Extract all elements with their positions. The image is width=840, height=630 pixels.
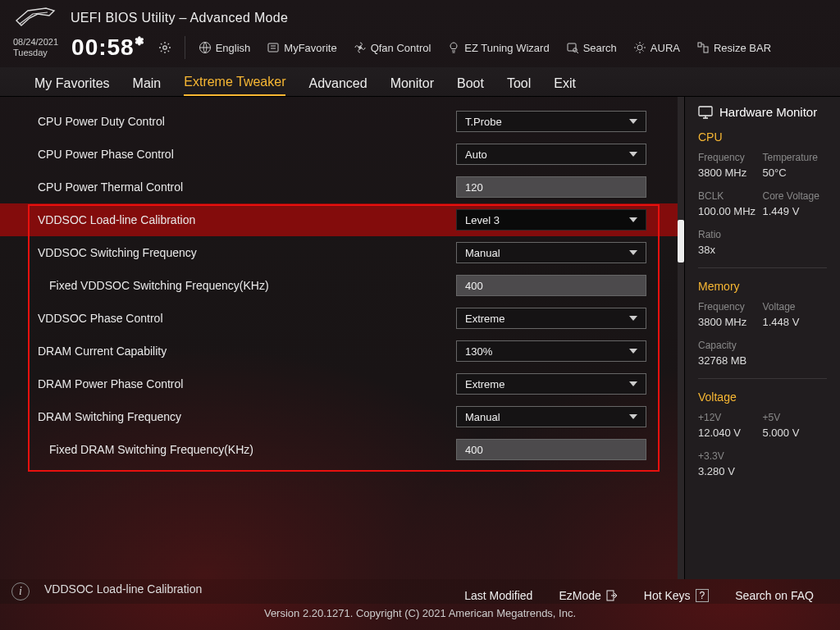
setting-label: Fixed DRAM Switching Frequency(KHz) — [38, 443, 456, 456]
hw-cpu-cv-value: 1.449 V — [763, 205, 828, 217]
hw-section-voltage: Voltage — [698, 390, 827, 404]
setting-dropdown[interactable]: Auto — [456, 144, 646, 165]
setting-label: VDDSOC Switching Frequency — [38, 246, 456, 259]
svg-rect-7 — [698, 43, 701, 47]
hw-mem-freq-value: 3800 MHz — [698, 316, 763, 328]
hw-5v-value: 5.000 V — [763, 427, 828, 439]
setting-row[interactable]: Fixed DRAM Switching Frequency(KHz)400 — [0, 433, 684, 466]
svg-point-5 — [573, 48, 577, 52]
footer-search-faq-label: Search on FAQ — [735, 589, 814, 602]
setting-row[interactable]: DRAM Current Capability130% — [0, 335, 684, 368]
setting-label: CPU Power Phase Control — [38, 148, 456, 161]
svg-point-3 — [358, 46, 362, 49]
setting-dropdown[interactable]: Extreme — [456, 373, 646, 395]
tab-main[interactable]: Main — [133, 76, 162, 96]
footer-last-modified[interactable]: Last Modified — [464, 589, 532, 602]
clock-time: 00:58 — [71, 34, 135, 60]
hw-mem-volt-value: 1.448 V — [763, 316, 828, 328]
svg-rect-9 — [699, 107, 712, 116]
setting-row[interactable]: DRAM Power Phase ControlExtreme — [0, 368, 684, 400]
hw-3v3-value: 3.280 V — [698, 465, 763, 477]
setting-row[interactable]: Fixed VDDSOC Switching Frequency(KHz)400 — [0, 269, 684, 302]
tab-exit[interactable]: Exit — [554, 76, 576, 96]
setting-label: VDDSOC Phase Control — [38, 312, 456, 325]
hw-cpu-freq-value: 3800 MHz — [698, 167, 763, 179]
hotkey-badge: ? — [696, 589, 710, 602]
setting-label: DRAM Current Capability — [38, 345, 456, 358]
setting-textfield[interactable]: 400 — [456, 275, 646, 296]
app-title: UEFI BIOS Utility – Advanced Mode — [71, 11, 288, 25]
scrollbar-thumb[interactable] — [678, 220, 684, 262]
exit-icon — [606, 590, 618, 601]
tab-monitor[interactable]: Monitor — [390, 76, 434, 96]
hw-title-label: Hardware Monitor — [719, 105, 817, 119]
hw-cpu-freq-label: Frequency — [698, 152, 763, 163]
setting-value: Extreme — [465, 378, 504, 390]
setting-dropdown[interactable]: T.Probe — [456, 111, 646, 132]
svg-point-0 — [162, 46, 166, 49]
hw-cpu-ratio-label: Ratio — [698, 229, 763, 240]
toolbar-aura-label: AURA — [651, 42, 680, 54]
footer-hotkeys[interactable]: Hot Keys ? — [644, 589, 710, 602]
setting-value: 130% — [465, 345, 492, 358]
tab-advanced[interactable]: Advanced — [308, 76, 367, 96]
gear-icon[interactable] — [158, 41, 171, 54]
scrollbar[interactable] — [678, 97, 684, 579]
hw-mem-freq-label: Frequency — [698, 301, 763, 313]
setting-label: CPU Power Thermal Control — [38, 180, 456, 194]
tab-my-favorites[interactable]: My Favorites — [34, 76, 110, 96]
setting-label: VDDSOC Load-line Calibration — [38, 213, 456, 226]
tab-tool[interactable]: Tool — [507, 76, 531, 96]
toolbar-aura[interactable]: AURA — [633, 41, 680, 54]
setting-row[interactable]: VDDSOC Phase ControlExtreme — [0, 302, 684, 335]
hw-mem-cap-value: 32768 MB — [698, 354, 763, 367]
hardware-monitor-panel: Hardware Monitor CPU FrequencyTemperatur… — [684, 97, 840, 579]
settings-panel: CPU Power Duty ControlT.ProbeCPU Power P… — [0, 97, 684, 579]
toolbar-language[interactable]: English — [199, 41, 251, 54]
hw-cpu-ratio-value: 38x — [698, 244, 763, 256]
setting-dropdown[interactable]: Manual — [456, 242, 646, 263]
setting-label: Fixed VDDSOC Switching Frequency(KHz) — [38, 279, 456, 292]
hw-3v3-label: +3.3V — [698, 450, 763, 462]
hw-cpu-bclk-value: 100.00 MHz — [698, 205, 763, 217]
hw-cpu-bclk-label: BCLK — [698, 190, 763, 202]
setting-textfield[interactable]: 400 — [456, 439, 646, 460]
copyright-text: Version 2.20.1271. Copyright (C) 2021 Am… — [0, 602, 840, 619]
setting-label: DRAM Switching Frequency — [38, 410, 456, 423]
tab-boot[interactable]: Boot — [457, 76, 484, 96]
toolbar-qfan[interactable]: Qfan Control — [354, 41, 431, 54]
toolbar-resizebar-label: Resize BAR — [714, 42, 771, 54]
setting-textfield[interactable]: 120 — [456, 176, 646, 198]
toolbar-myfavorite-label: MyFavorite — [284, 42, 336, 54]
setting-row[interactable]: VDDSOC Switching FrequencyManual — [0, 236, 684, 269]
hw-mem-cap-label: Capacity — [698, 340, 763, 351]
main-tabs: My FavoritesMainExtreme TweakerAdvancedM… — [0, 67, 840, 97]
tab-extreme-tweaker[interactable]: Extreme Tweaker — [184, 75, 285, 96]
setting-dropdown[interactable]: 130% — [456, 340, 646, 362]
setting-dropdown[interactable]: Level 3 — [456, 209, 646, 231]
footer-ezmode-label: EzMode — [559, 589, 600, 602]
footer-ezmode[interactable]: EzMode — [559, 589, 617, 602]
setting-value: T.Probe — [465, 116, 502, 128]
hw-section-memory: Memory — [698, 280, 827, 293]
setting-dropdown[interactable]: Manual — [456, 406, 646, 427]
setting-dropdown[interactable]: Extreme — [456, 308, 646, 329]
toolbar-myfavorite[interactable]: MyFavorite — [267, 41, 336, 54]
toolbar-eztuning[interactable]: EZ Tuning Wizard — [447, 41, 549, 54]
date-text: 08/24/2021 — [13, 37, 58, 48]
setting-row[interactable]: CPU Power Phase ControlAuto — [0, 138, 684, 171]
toolbar-resizebar[interactable]: Resize BAR — [696, 41, 771, 54]
svg-rect-2 — [268, 43, 278, 52]
footer-last-modified-label: Last Modified — [464, 589, 532, 602]
hw-title: Hardware Monitor — [698, 105, 827, 119]
hw-cpu-cv-label: Core Voltage — [763, 190, 828, 202]
footer-search-faq[interactable]: Search on FAQ — [735, 589, 814, 602]
setting-value: 400 — [465, 444, 483, 456]
toolbar-search[interactable]: Search — [566, 41, 617, 54]
setting-row[interactable]: DRAM Switching FrequencyManual — [0, 400, 684, 433]
setting-row[interactable]: VDDSOC Load-line CalibrationLevel 3 — [0, 203, 684, 236]
setting-value: Level 3 — [465, 214, 500, 226]
setting-row[interactable]: CPU Power Thermal Control120 — [0, 171, 684, 203]
setting-row[interactable]: CPU Power Duty ControlT.Probe — [0, 105, 684, 138]
hw-12v-label: +12V — [698, 412, 763, 423]
